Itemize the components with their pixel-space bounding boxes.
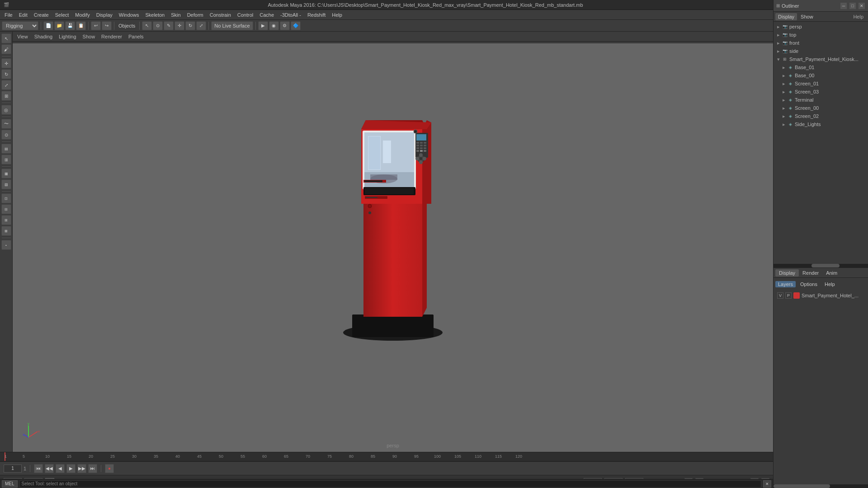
render-view-button[interactable]: ▶	[258, 21, 268, 30]
select-tool-button[interactable]: ↖	[142, 21, 152, 30]
outliner-item-screen01[interactable]: ▸ ◈ Screen_01	[774, 80, 868, 88]
lasso-button[interactable]: ⊙	[153, 21, 163, 30]
joint-tool-button[interactable]: ⊙	[1, 130, 11, 140]
outliner-tab-help[interactable]: Help	[850, 13, 866, 20]
outliner-tab-display[interactable]: Display	[775, 13, 797, 20]
outliner-item-sidelights[interactable]: ▸ ◈ Side_Lights	[774, 120, 868, 128]
play-forward-button[interactable]: ▶	[66, 464, 75, 473]
menu-display[interactable]: Display	[94, 11, 115, 19]
subtab-help[interactable]: Help	[822, 281, 838, 287]
outliner-pin-button[interactable]: ─	[840, 2, 847, 9]
quick-layout-1[interactable]: ⊡	[1, 193, 11, 203]
timeline-ruler[interactable]: 1 5 10 15 20 25 30 35 40 45 50 55 60 65 …	[0, 452, 773, 461]
vp-menu-view[interactable]: View	[14, 33, 31, 40]
subtab-layers[interactable]: Layers	[775, 281, 796, 287]
anim-layer-button[interactable]: ▦	[1, 169, 11, 178]
select-mode-button[interactable]: ↖	[1, 33, 11, 43]
move-button[interactable]: ✛	[175, 21, 184, 30]
save-button[interactable]: 💾	[65, 21, 75, 30]
outliner-item-screen03[interactable]: ▸ ◈ Screen_03	[774, 88, 868, 96]
hypershade-button[interactable]: 🔷	[291, 21, 301, 30]
paint-button[interactable]: ✎	[164, 21, 174, 30]
menu-constrain[interactable]: Constrain	[207, 11, 234, 19]
subtab-options[interactable]: Options	[797, 281, 820, 287]
auto-keyframe-button[interactable]: ●	[105, 464, 114, 473]
vp-menu-show[interactable]: Show	[80, 33, 98, 40]
menu-create[interactable]: Create	[31, 11, 52, 19]
ipr-button[interactable]: ◉	[269, 21, 279, 30]
char-set-button[interactable]: ▧	[1, 179, 11, 189]
open-button[interactable]: 📁	[54, 21, 64, 30]
layer-visibility-button[interactable]: V	[777, 292, 783, 299]
vp-menu-lighting[interactable]: Lighting	[56, 33, 79, 40]
display-tab-render[interactable]: Render	[799, 269, 822, 277]
outliner-item-smart-payment-group[interactable]: ▾ ⊞ Smart_Payment_Hotel_Kiosk...	[774, 55, 868, 63]
mel-button[interactable]: MEL	[2, 480, 18, 488]
vp-menu-renderer[interactable]: Renderer	[99, 33, 125, 40]
viewport-canvas[interactable]: persp x y z	[13, 43, 773, 452]
snap-point-button[interactable]: •	[1, 240, 11, 250]
current-frame-input[interactable]	[4, 465, 22, 473]
menu-windows[interactable]: Windows	[116, 11, 142, 19]
step-back-button[interactable]: ◀◀	[45, 464, 54, 473]
vp-menu-shading[interactable]: Shading	[32, 33, 55, 40]
script-clear-button[interactable]: ✕	[763, 480, 771, 488]
curve-tool-button[interactable]: 〜	[1, 119, 11, 129]
menu-edit[interactable]: Edit	[16, 11, 30, 19]
outliner-scrollbar[interactable]	[774, 264, 868, 267]
go-to-start-button[interactable]: ⏮	[34, 464, 43, 473]
outliner-item-screen00[interactable]: ▸ ◈ Screen_00	[774, 104, 868, 112]
render-layer-button[interactable]: ▥	[1, 155, 11, 164]
menu-help[interactable]: Help	[329, 11, 345, 19]
new-scene-button[interactable]: 📄	[43, 21, 53, 30]
outliner-item-terminal[interactable]: ▸ ◈ Terminal	[774, 96, 868, 104]
layer-playback-button[interactable]: P	[785, 292, 792, 299]
quick-layout-4[interactable]: ⊠	[1, 226, 11, 236]
menu-file[interactable]: File	[2, 11, 15, 19]
move-tool-button[interactable]: ✛	[1, 58, 11, 68]
quick-layout-3[interactable]: ⊞	[1, 215, 11, 225]
redo-button[interactable]: ↪	[102, 21, 112, 30]
menu-3dtoall[interactable]: -3DtoAll -	[278, 11, 304, 19]
layer-row[interactable]: V P Smart_Payment_Hotel_...	[775, 291, 866, 300]
menu-select[interactable]: Select	[52, 11, 72, 19]
menu-skeleton[interactable]: Skeleton	[142, 11, 167, 19]
outliner-item-screen02[interactable]: ▸ ◈ Screen_02	[774, 112, 868, 120]
outliner-item-top[interactable]: ▸ 📷 top	[774, 31, 868, 39]
display-tab-display[interactable]: Display	[775, 269, 799, 277]
rotate-button[interactable]: ↻	[185, 21, 195, 30]
paint-select-button[interactable]: 🖌	[1, 44, 11, 54]
menu-skin[interactable]: Skin	[168, 11, 183, 19]
menu-redshift[interactable]: Redshift	[305, 11, 328, 19]
layer-color-swatch[interactable]	[793, 292, 800, 299]
outliner-close-button[interactable]: ✕	[858, 2, 865, 9]
outliner-tab-show[interactable]: Show	[798, 13, 816, 20]
no-live-surface-button[interactable]: No Live Surface	[211, 21, 253, 30]
undo-button[interactable]: ↩	[91, 21, 101, 30]
display-layer-button[interactable]: ▤	[1, 144, 11, 154]
mel-input[interactable]: Select Tool: select an object	[19, 480, 761, 488]
render-settings-button[interactable]: ⚙	[280, 21, 290, 30]
outliner-item-base01[interactable]: ▸ ◈ Base_01	[774, 63, 868, 71]
play-back-button[interactable]: ◀	[56, 464, 65, 473]
universal-manip-button[interactable]: ⊞	[1, 91, 11, 101]
outliner-item-front[interactable]: ▸ 📷 front	[774, 39, 868, 47]
menu-deform[interactable]: Deform	[184, 11, 206, 19]
outliner-item-side[interactable]: ▸ 📷 side	[774, 47, 868, 55]
outliner-maximize-button[interactable]: □	[849, 2, 856, 9]
quick-layout-2[interactable]: ⊟	[1, 204, 11, 214]
soft-mod-button[interactable]: ◎	[1, 105, 11, 115]
rotate-tool-button[interactable]: ↻	[1, 69, 11, 79]
right-panel-scrollbar[interactable]	[774, 484, 868, 488]
vp-menu-panels[interactable]: Panels	[126, 33, 146, 40]
outliner-item-persp[interactable]: ▸ 📷 persp	[774, 23, 868, 31]
save-as-button[interactable]: 📋	[76, 21, 86, 30]
mode-dropdown[interactable]: Rigging Modeling Animation FX Rendering	[2, 21, 38, 30]
menu-modify[interactable]: Modify	[72, 11, 92, 19]
step-forward-button[interactable]: ▶▶	[77, 464, 86, 473]
outliner-item-base00[interactable]: ▸ ◈ Base_00	[774, 71, 868, 80]
scale-button[interactable]: ⤢	[196, 21, 206, 30]
display-tab-anim[interactable]: Anim	[822, 269, 841, 277]
menu-control[interactable]: Control	[235, 11, 256, 19]
menu-cache[interactable]: Cache	[257, 11, 277, 19]
